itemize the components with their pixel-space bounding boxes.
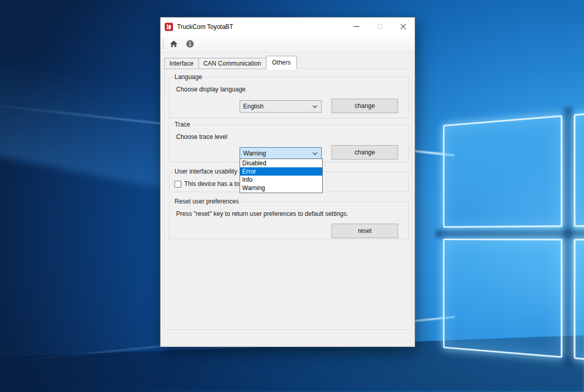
minimize-button[interactable]: [345, 18, 368, 36]
reset-button[interactable]: reset: [332, 224, 398, 238]
trace-dropdown-list: Disabled Error Info Warning: [240, 159, 323, 193]
group-reset-title: Reset user preferences: [172, 198, 241, 205]
titlebar: TruckCom ToyotaBT: [161, 18, 415, 36]
trace-option-disabled[interactable]: Disabled: [240, 159, 322, 167]
trace-change-label: change: [355, 149, 375, 156]
trace-option-error[interactable]: Error: [240, 167, 322, 176]
window-title: TruckCom ToyotaBT: [177, 23, 233, 30]
info-icon: [186, 40, 194, 48]
windows-logo-gap: [436, 228, 584, 238]
home-button[interactable]: [167, 37, 180, 51]
language-change-button[interactable]: change: [332, 99, 398, 113]
chevron-down-icon: [312, 105, 318, 108]
close-icon: [400, 24, 406, 30]
windows-logo-pane: [574, 239, 584, 373]
reset-button-label: reset: [358, 227, 372, 234]
touch-device-checkbox-row[interactable]: This device has a touch: [175, 180, 249, 187]
tabstrip: Interface CAN Communication Others: [164, 56, 297, 69]
toolbar-grip[interactable]: [163, 39, 164, 49]
chevron-down-icon: [312, 152, 318, 155]
window-controls: [345, 18, 415, 36]
app-icon[interactable]: [165, 23, 173, 31]
trace-description: Choose trace level: [176, 133, 227, 140]
windows-logo-pane: [443, 115, 562, 228]
minimize-icon: [354, 26, 359, 27]
language-change-label: change: [355, 102, 375, 109]
close-button[interactable]: [391, 18, 415, 36]
toolbar: [161, 36, 415, 53]
group-usability-title: User interface usability: [172, 168, 239, 175]
app-window: TruckCom ToyotaBT Interface CAN Communic…: [160, 17, 415, 347]
group-language-title: Language: [172, 73, 204, 81]
maximize-button: [368, 18, 391, 36]
windows-logo-pane: [574, 101, 584, 227]
trace-select-value: Warning: [243, 150, 266, 157]
language-select-value: English: [243, 103, 263, 110]
info-button[interactable]: [183, 37, 197, 51]
windows-logo: [443, 101, 584, 373]
home-icon: [169, 40, 178, 48]
trace-option-warning[interactable]: Warning: [240, 184, 322, 192]
tab-others[interactable]: Others: [266, 56, 297, 69]
touch-device-checkbox[interactable]: [175, 181, 181, 187]
tab-interface[interactable]: Interface: [164, 58, 199, 69]
windows-logo-pane: [443, 239, 562, 358]
maximize-icon: [377, 24, 382, 29]
language-select[interactable]: English: [240, 100, 322, 113]
trace-option-info[interactable]: Info: [240, 176, 322, 184]
reset-description: Press "reset" key to return user prefere…: [176, 210, 348, 217]
tab-can-communication[interactable]: CAN Communication: [199, 58, 266, 69]
group-trace-title: Trace: [172, 121, 192, 128]
tabpage-others: Language Choose display language English…: [164, 69, 412, 330]
trace-change-button[interactable]: change: [332, 145, 398, 160]
trace-select[interactable]: Warning: [240, 147, 322, 159]
language-description: Choose display language: [176, 86, 246, 93]
